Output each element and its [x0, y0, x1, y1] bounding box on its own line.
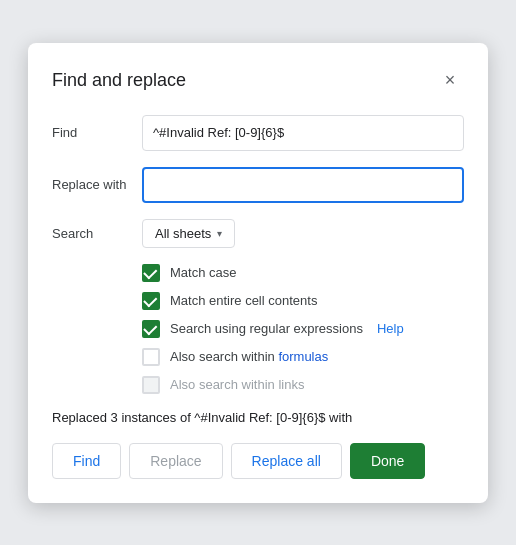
find-button[interactable]: Find [52, 443, 121, 479]
match-entire-checkbox[interactable] [142, 292, 160, 310]
search-dropdown[interactable]: All sheets ▾ [142, 219, 235, 248]
replace-button[interactable]: Replace [129, 443, 222, 479]
links-label: Also search within links [170, 377, 304, 392]
close-button[interactable]: × [436, 67, 464, 95]
checkbox-match-case[interactable]: Match case [142, 264, 464, 282]
regex-checkbox[interactable] [142, 320, 160, 338]
match-case-checkbox[interactable] [142, 264, 160, 282]
replace-label: Replace with [52, 177, 142, 192]
checkbox-links: Also search within links [142, 376, 464, 394]
match-case-label: Match case [170, 265, 236, 280]
dialog-header: Find and replace × [52, 67, 464, 95]
checkbox-regex[interactable]: Search using regular expressions Help [142, 320, 464, 338]
checkbox-match-entire[interactable]: Match entire cell contents [142, 292, 464, 310]
replace-row: Replace with [52, 167, 464, 203]
regex-label: Search using regular expressions [170, 321, 363, 336]
search-label: Search [52, 226, 142, 241]
search-value: All sheets [155, 226, 211, 241]
find-input[interactable] [142, 115, 464, 151]
checkboxes-section: Match case Match entire cell contents Se… [142, 264, 464, 394]
match-entire-label: Match entire cell contents [170, 293, 317, 308]
find-row: Find [52, 115, 464, 151]
regex-help-link[interactable]: Help [377, 321, 404, 336]
chevron-down-icon: ▾ [217, 228, 222, 239]
checkbox-formulas[interactable]: Also search within formulas [142, 348, 464, 366]
find-replace-dialog: Find and replace × Find Replace with Sea… [28, 43, 488, 503]
links-checkbox [142, 376, 160, 394]
search-row: Search All sheets ▾ [52, 219, 464, 248]
replace-input[interactable] [142, 167, 464, 203]
buttons-row: Find Replace Replace all Done [52, 443, 464, 479]
done-button[interactable]: Done [350, 443, 425, 479]
find-label: Find [52, 125, 142, 140]
formulas-label: Also search within formulas [170, 349, 328, 364]
dialog-title: Find and replace [52, 70, 186, 91]
status-text: Replaced 3 instances of ^#Invalid Ref: [… [52, 410, 464, 425]
formulas-checkbox[interactable] [142, 348, 160, 366]
replace-all-button[interactable]: Replace all [231, 443, 342, 479]
